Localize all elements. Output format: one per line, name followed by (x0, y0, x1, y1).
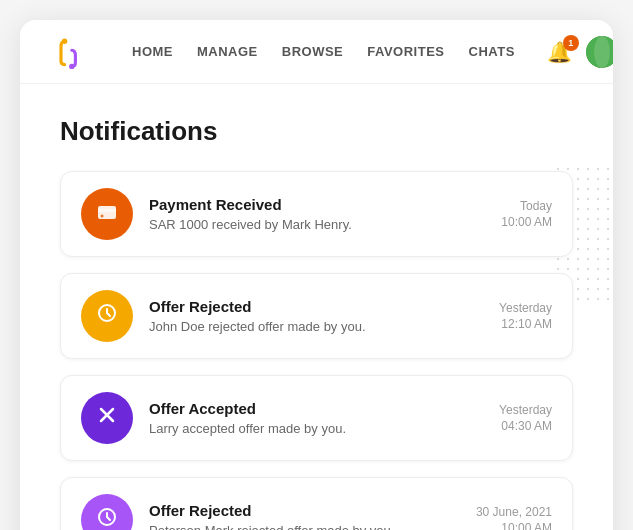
nav-right: 🔔 1 عربي (547, 36, 613, 68)
main-content: Notifications Payment Received SAR 1000 … (20, 84, 613, 530)
nav-links: HOME MANAGE BROWSE FAVORITES CHATS (132, 44, 515, 59)
notif-time-3: 30 June, 2021 10:00 AM (476, 505, 552, 530)
notif-date-2: Yesterday (499, 403, 552, 417)
nav-chats[interactable]: CHATS (469, 44, 515, 59)
nav-browse[interactable]: BROWSE (282, 44, 344, 59)
notif-icon-3 (95, 505, 119, 530)
notif-desc-3: Peterson Mark rejected offer made by you… (149, 523, 460, 530)
notif-date-1: Yesterday (499, 301, 552, 315)
notif-hour-0: 10:00 AM (501, 215, 552, 229)
notification-card[interactable]: Offer Rejected Peterson Mark rejected of… (60, 477, 573, 530)
notification-card[interactable]: Offer Accepted Larry accepted offer made… (60, 375, 573, 461)
notif-icon-wrap-1 (81, 290, 133, 342)
svg-point-0 (62, 38, 67, 43)
notif-icon-wrap-0 (81, 188, 133, 240)
notif-icon-2 (95, 403, 119, 433)
nav-favorites[interactable]: FAVORITES (367, 44, 444, 59)
notif-hour-2: 04:30 AM (499, 419, 552, 433)
svg-rect-5 (98, 209, 116, 212)
notification-card[interactable]: Payment Received SAR 1000 received by Ma… (60, 171, 573, 257)
notif-icon-0 (95, 199, 119, 229)
notif-time-1: Yesterday 12:10 AM (499, 301, 552, 331)
svg-point-3 (594, 36, 610, 68)
page-title: Notifications (60, 116, 573, 147)
notif-title-2: Offer Accepted (149, 400, 483, 417)
svg-point-6 (101, 215, 104, 218)
notif-title-1: Offer Rejected (149, 298, 483, 315)
notif-desc-1: John Doe rejected offer made by you. (149, 319, 483, 334)
svg-rect-4 (98, 206, 116, 219)
notif-desc-2: Larry accepted offer made by you. (149, 421, 483, 436)
nav-manage[interactable]: MANAGE (197, 44, 258, 59)
notification-card[interactable]: Offer Rejected John Doe rejected offer m… (60, 273, 573, 359)
notif-body-3: Offer Rejected Peterson Mark rejected of… (149, 502, 460, 530)
notif-date-0: Today (501, 199, 552, 213)
notif-icon-wrap-2 (81, 392, 133, 444)
notif-title-3: Offer Rejected (149, 502, 460, 519)
notif-hour-1: 12:10 AM (499, 317, 552, 331)
notif-date-3: 30 June, 2021 (476, 505, 552, 519)
notifications-list: Payment Received SAR 1000 received by Ma… (60, 171, 573, 530)
notif-desc-0: SAR 1000 received by Mark Henry. (149, 217, 485, 232)
navbar: HOME MANAGE BROWSE FAVORITES CHATS 🔔 1 ع… (20, 20, 613, 84)
notif-title-0: Payment Received (149, 196, 485, 213)
notif-body-1: Offer Rejected John Doe rejected offer m… (149, 298, 483, 334)
notification-badge: 1 (563, 35, 579, 51)
notif-icon-wrap-3 (81, 494, 133, 530)
logo[interactable] (52, 34, 88, 70)
notif-time-0: Today 10:00 AM (501, 199, 552, 229)
notif-body-2: Offer Accepted Larry accepted offer made… (149, 400, 483, 436)
avatar[interactable] (586, 36, 613, 68)
notif-time-2: Yesterday 04:30 AM (499, 403, 552, 433)
app-container: HOME MANAGE BROWSE FAVORITES CHATS 🔔 1 ع… (20, 20, 613, 530)
notif-icon-1 (95, 301, 119, 331)
notif-body-0: Payment Received SAR 1000 received by Ma… (149, 196, 485, 232)
svg-point-1 (69, 63, 74, 68)
nav-home[interactable]: HOME (132, 44, 173, 59)
notif-hour-3: 10:00 AM (476, 521, 552, 530)
notification-bell[interactable]: 🔔 1 (547, 40, 572, 64)
